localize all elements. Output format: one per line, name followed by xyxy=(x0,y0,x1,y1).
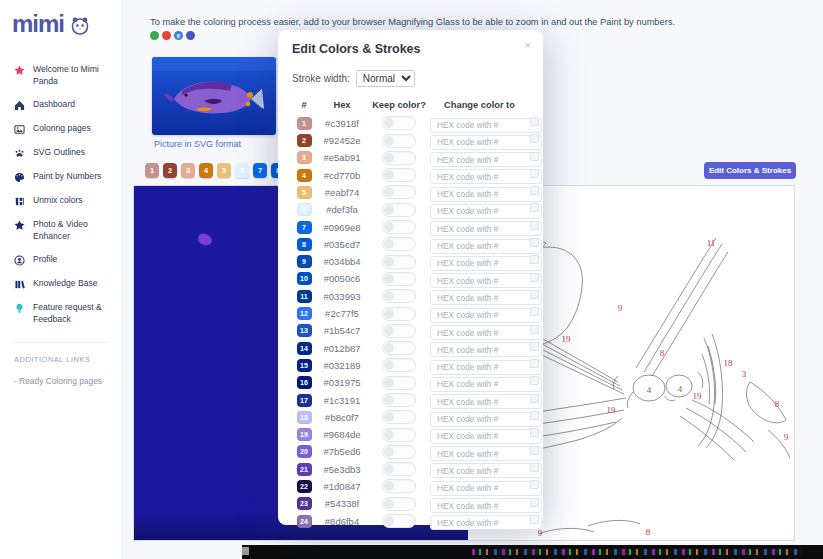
keep-color-toggle[interactable] xyxy=(382,393,416,407)
hex-code-input[interactable] xyxy=(430,394,542,409)
sidebar-item-knowledge-base[interactable]: Knowledge Base xyxy=(0,272,121,296)
sidebar-item-unmix-colors[interactable]: Unmix colors xyxy=(0,189,121,213)
keep-color-toggle[interactable] xyxy=(382,462,416,476)
hex-code-input[interactable] xyxy=(430,481,542,496)
hex-code-input[interactable] xyxy=(430,273,542,288)
keep-color-toggle[interactable] xyxy=(382,514,416,528)
keep-color-toggle[interactable] xyxy=(382,134,416,148)
color-picker-box[interactable] xyxy=(530,342,539,351)
sidebar-item-coloring-pages[interactable]: Coloring pages xyxy=(0,117,121,141)
hex-code-input[interactable] xyxy=(430,256,542,271)
keep-color-toggle[interactable] xyxy=(382,116,416,130)
hex-code-input[interactable] xyxy=(430,308,542,323)
edit-colors-strokes-button[interactable]: Edit Colors & Strokes xyxy=(704,162,796,179)
hex-code-input[interactable] xyxy=(430,152,542,167)
sidebar-item-profile[interactable]: Profile xyxy=(0,248,121,272)
keep-color-toggle[interactable] xyxy=(382,324,416,338)
color-picker-box[interactable] xyxy=(530,117,539,126)
color-picker-box[interactable] xyxy=(530,307,539,316)
color-chip-3[interactable]: 3 xyxy=(181,163,195,178)
keep-color-toggle[interactable] xyxy=(382,428,416,442)
hex-code-input[interactable] xyxy=(430,290,542,305)
sidebar-item-svg-outlines[interactable]: SVG Outlines xyxy=(0,141,121,165)
color-picker-box[interactable] xyxy=(530,394,539,403)
stroke-width-select[interactable]: Normal xyxy=(356,70,415,87)
hex-code-input[interactable] xyxy=(430,446,542,461)
hex-code-input[interactable] xyxy=(430,342,542,357)
hex-code-input[interactable] xyxy=(430,360,542,375)
color-picker-box[interactable] xyxy=(530,463,539,472)
close-icon[interactable]: × xyxy=(525,40,531,51)
color-picker-box[interactable] xyxy=(530,446,539,455)
green-browser-icon[interactable] xyxy=(150,31,159,40)
toggle-knob xyxy=(384,412,394,422)
keep-color-toggle[interactable] xyxy=(382,237,416,251)
hex-code-input[interactable] xyxy=(430,187,542,202)
color-picker-box[interactable] xyxy=(530,273,539,282)
hex-code-input[interactable] xyxy=(430,325,542,340)
logo[interactable]: mimi xyxy=(0,0,121,38)
source-image-thumbnail[interactable] xyxy=(152,57,276,135)
color-picker-box[interactable] xyxy=(530,428,539,437)
hex-code-input[interactable] xyxy=(430,239,542,254)
keep-color-toggle[interactable] xyxy=(382,151,416,165)
color-picker-box[interactable] xyxy=(530,255,539,264)
keep-color-toggle[interactable] xyxy=(382,358,416,372)
sidebar-item-photo-video-enhancer[interactable]: Photo & Video Enhancer xyxy=(0,213,121,248)
keep-color-toggle[interactable] xyxy=(382,341,416,355)
color-picker-box[interactable] xyxy=(530,411,539,420)
color-picker-box[interactable] xyxy=(530,376,539,385)
sidebar-item-dashboard[interactable]: Dashboard xyxy=(0,93,121,117)
hex-code-input[interactable] xyxy=(430,515,542,530)
color-picker-box[interactable] xyxy=(530,203,539,212)
keep-color-toggle[interactable] xyxy=(382,376,416,390)
color-picker-box[interactable] xyxy=(530,186,539,195)
color-chip-7[interactable]: 7 xyxy=(253,163,267,178)
sidebar-item-welcome[interactable]: Welcome to Mimi Panda xyxy=(0,58,121,93)
color-picker-box[interactable] xyxy=(530,480,539,489)
color-picker-box[interactable] xyxy=(530,498,539,507)
hex-code-input[interactable] xyxy=(430,429,542,444)
color-chip-1[interactable]: 1 xyxy=(145,163,159,178)
color-picker-box[interactable] xyxy=(530,134,539,143)
hex-code-input[interactable] xyxy=(430,377,542,392)
keep-color-toggle[interactable] xyxy=(382,307,416,321)
keep-color-toggle[interactable] xyxy=(382,289,416,303)
hex-code-input[interactable] xyxy=(430,169,542,184)
keep-color-toggle[interactable] xyxy=(382,272,416,286)
color-picker-box[interactable] xyxy=(530,169,539,178)
sidebar-item-feature-request-feedback[interactable]: Feature request & Feedback xyxy=(0,296,121,331)
keep-color-toggle[interactable] xyxy=(382,479,416,493)
hex-code-input[interactable] xyxy=(430,221,542,236)
color-chip-6[interactable]: 6 xyxy=(235,163,249,178)
color-picker-box[interactable] xyxy=(530,221,539,230)
color-picker-box[interactable] xyxy=(530,290,539,299)
hex-code-input[interactable] xyxy=(430,498,542,513)
hex-code-input[interactable] xyxy=(430,118,542,133)
keep-color-toggle[interactable] xyxy=(382,168,416,182)
hex-code-input[interactable] xyxy=(430,135,542,150)
edge-browser-icon[interactable]: e xyxy=(174,31,183,40)
hex-code-input[interactable] xyxy=(430,463,542,478)
indigo-browser-icon[interactable] xyxy=(186,31,195,40)
sidebar-item-paint-by-numbers[interactable]: Paint by Numbers xyxy=(0,165,121,189)
color-chip-5[interactable]: 5 xyxy=(217,163,231,178)
red-browser-icon[interactable] xyxy=(162,31,171,40)
keep-color-toggle[interactable] xyxy=(382,445,416,459)
color-picker-box[interactable] xyxy=(530,515,539,524)
keep-color-toggle[interactable] xyxy=(382,203,416,217)
color-picker-box[interactable] xyxy=(530,238,539,247)
keep-color-toggle[interactable] xyxy=(382,255,416,269)
color-chip-2[interactable]: 2 xyxy=(163,163,177,178)
keep-color-toggle[interactable] xyxy=(382,497,416,511)
hex-code-input[interactable] xyxy=(430,204,542,219)
keep-color-toggle[interactable] xyxy=(382,220,416,234)
additional-link-ready-coloring-pages[interactable]: - Ready Coloring pages xyxy=(0,364,121,386)
color-chip-4[interactable]: 4 xyxy=(199,163,213,178)
keep-color-toggle[interactable] xyxy=(382,410,416,424)
keep-color-toggle[interactable] xyxy=(382,185,416,199)
hex-code-input[interactable] xyxy=(430,412,542,427)
color-picker-box[interactable] xyxy=(530,325,539,334)
color-picker-box[interactable] xyxy=(530,152,539,161)
color-picker-box[interactable] xyxy=(530,359,539,368)
